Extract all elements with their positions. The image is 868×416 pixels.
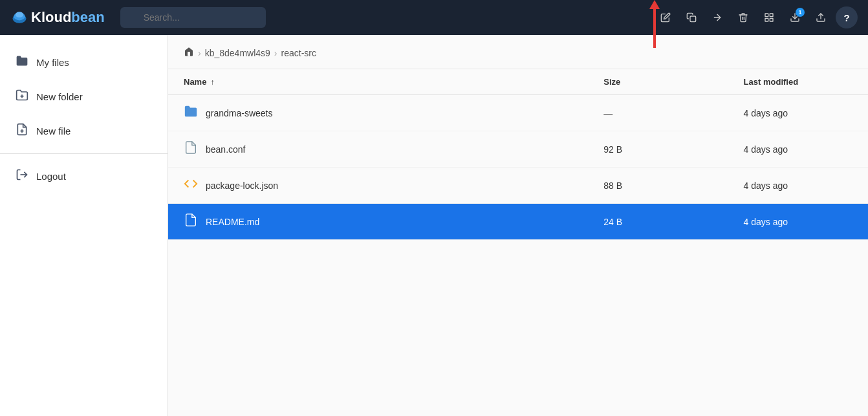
file-name-cell: bean.conf	[168, 131, 588, 168]
logout-icon	[16, 168, 28, 184]
sidebar-item-new-folder[interactable]: New folder	[0, 80, 168, 114]
file-last-modified: 4 days ago	[728, 95, 868, 131]
sidebar-item-logout-label: Logout	[36, 171, 66, 182]
svg-rect-7	[765, 18, 768, 21]
edit-button[interactable]	[655, 6, 677, 28]
col-header-last-modified[interactable]: Last modified	[728, 69, 868, 95]
download-badge: 1	[796, 8, 805, 17]
delete-button[interactable]	[732, 6, 754, 28]
sidebar: My files New folder New file Logout	[0, 35, 168, 416]
sidebar-item-logout[interactable]: Logout	[0, 159, 168, 193]
breadcrumb: › kb_8de4mwl4s9 › react-src	[168, 35, 868, 69]
sidebar-item-my-files-label: My files	[36, 57, 69, 68]
table-header-row: Name ↑ Size Last modified	[168, 69, 868, 95]
file-name: grandma-sweets	[206, 108, 273, 118]
file-size: 92 B	[588, 131, 728, 168]
search-input[interactable]	[120, 7, 266, 28]
file-size: —	[588, 95, 728, 131]
download-button[interactable]: 1	[784, 6, 806, 28]
header-actions: 1 ?	[655, 6, 858, 28]
grid-button[interactable]	[758, 6, 780, 28]
breadcrumb-segment-2[interactable]: react-src	[281, 48, 316, 58]
svg-rect-8	[770, 18, 773, 21]
new-file-icon	[16, 123, 28, 139]
file-name-cell: package-lock.json	[168, 168, 588, 204]
table-row[interactable]: grandma-sweets — 4 days ago	[168, 95, 868, 131]
file-name-cell: README.md	[168, 204, 588, 240]
breadcrumb-sep-2: ›	[274, 48, 277, 58]
help-button[interactable]: ?	[836, 6, 858, 28]
search-wrapper: 🔍	[120, 7, 366, 28]
share-button[interactable]	[706, 6, 728, 28]
file-table: Name ↑ Size Last modified g	[168, 69, 868, 240]
file-name: README.md	[206, 217, 259, 227]
breadcrumb-sep-1: ›	[198, 48, 201, 58]
file-last-modified: 4 days ago	[728, 204, 868, 240]
file-type-icon	[184, 104, 198, 122]
sort-arrow-icon: ↑	[210, 78, 214, 87]
svg-rect-3	[690, 16, 696, 22]
file-name: bean.conf	[206, 144, 246, 155]
new-folder-icon	[16, 89, 28, 105]
breadcrumb-segment-1[interactable]: kb_8de4mwl4s9	[205, 48, 270, 58]
file-last-modified: 4 days ago	[728, 168, 868, 204]
file-name-cell: grandma-sweets	[168, 95, 588, 131]
header: Kloudbean 🔍	[0, 0, 868, 35]
table-row[interactable]: package-lock.json 88 B 4 days ago	[168, 168, 868, 204]
file-type-icon	[184, 140, 198, 158]
table-row[interactable]: README.md 24 B 4 days ago	[168, 204, 868, 240]
file-last-modified: 4 days ago	[728, 131, 868, 168]
svg-rect-6	[770, 14, 773, 17]
folder-icon	[16, 54, 28, 71]
table-row[interactable]: bean.conf 92 B 4 days ago	[168, 131, 868, 168]
logo: Kloudbean	[10, 8, 105, 27]
upload-button[interactable]	[810, 6, 832, 28]
svg-rect-5	[765, 14, 768, 17]
sidebar-item-new-file-label: New file	[36, 126, 71, 137]
file-type-icon	[184, 213, 198, 230]
file-size: 24 B	[588, 204, 728, 240]
copy-button[interactable]	[680, 6, 702, 28]
file-size: 88 B	[588, 168, 728, 204]
breadcrumb-home[interactable]	[184, 47, 194, 60]
file-browser: › kb_8de4mwl4s9 › react-src Name ↑ Size	[168, 35, 868, 416]
sidebar-item-new-file[interactable]: New file	[0, 114, 168, 148]
sidebar-item-my-files[interactable]: My files	[0, 45, 168, 80]
main-layout: My files New folder New file Logout	[0, 35, 868, 416]
svg-point-2	[16, 12, 23, 17]
sidebar-item-new-folder-label: New folder	[36, 91, 83, 102]
col-header-name[interactable]: Name ↑	[168, 69, 588, 95]
col-header-size[interactable]: Size	[588, 69, 728, 95]
file-name: package-lock.json	[206, 181, 278, 191]
file-type-icon	[184, 177, 198, 194]
logo-text: Kloudbean	[31, 9, 105, 26]
